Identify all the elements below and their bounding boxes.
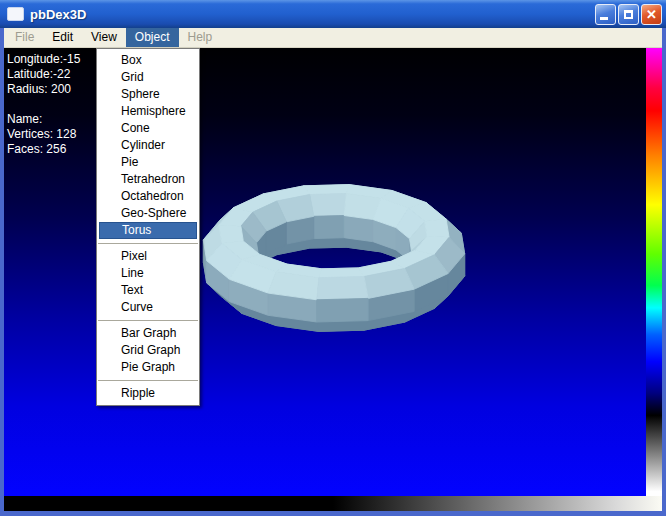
close-button[interactable]: ✕ bbox=[641, 4, 662, 25]
info-line: Radius: 200 bbox=[7, 82, 80, 97]
menubar-item-object[interactable]: Object bbox=[126, 28, 179, 47]
menu-item-hemisphere[interactable]: Hemisphere bbox=[97, 103, 199, 120]
info-line: Vertices: 128 bbox=[7, 127, 80, 142]
menu-item-tetrahedron[interactable]: Tetrahedron bbox=[97, 171, 199, 188]
window-controls: ✕ bbox=[593, 4, 662, 25]
maximize-icon bbox=[624, 10, 633, 19]
maximize-button[interactable] bbox=[618, 4, 639, 25]
app-icon bbox=[7, 7, 24, 21]
menu-item-grid[interactable]: Grid bbox=[97, 69, 199, 86]
info-line: Faces: 256 bbox=[7, 142, 80, 157]
menu-item-cylinder[interactable]: Cylinder bbox=[97, 137, 199, 154]
info-line: Longitude:-15 bbox=[7, 52, 80, 67]
menu-item-sphere[interactable]: Sphere bbox=[97, 86, 199, 103]
menu-item-ripple[interactable]: Ripple bbox=[97, 385, 199, 402]
menu-bar: FileEditViewObjectHelp bbox=[4, 28, 662, 48]
menubar-item-edit[interactable]: Edit bbox=[43, 28, 82, 47]
menu-item-cone[interactable]: Cone bbox=[97, 120, 199, 137]
window-title: pbDex3D bbox=[30, 7, 593, 22]
menu-item-pie[interactable]: Pie bbox=[97, 154, 199, 171]
menu-item-geo-sphere[interactable]: Geo-Sphere bbox=[97, 205, 199, 222]
menu-item-pixel[interactable]: Pixel bbox=[97, 248, 199, 265]
menubar-item-file[interactable]: File bbox=[6, 28, 43, 47]
menu-item-curve[interactable]: Curve bbox=[97, 299, 199, 316]
info-panel: Longitude:-15Latitude:-22Radius: 200 Nam… bbox=[7, 52, 80, 157]
menu-item-grid-graph[interactable]: Grid Graph bbox=[97, 342, 199, 359]
menu-item-line[interactable]: Line bbox=[97, 265, 199, 282]
close-icon: ✕ bbox=[642, 5, 661, 24]
menu-item-box[interactable]: Box bbox=[97, 52, 199, 69]
menubar-item-view[interactable]: View bbox=[82, 28, 126, 47]
app-window: pbDex3D ✕ FileEditViewObjectHelp Longitu… bbox=[0, 0, 666, 516]
info-line: Name: bbox=[7, 112, 80, 127]
info-line bbox=[7, 97, 80, 112]
menubar-item-help[interactable]: Help bbox=[179, 28, 222, 47]
menu-item-torus[interactable]: Torus bbox=[99, 222, 197, 239]
grayscale-picker-horizontal-bar[interactable] bbox=[4, 496, 662, 511]
color-picker-vertical-bar[interactable] bbox=[646, 48, 662, 496]
menu-item-bar-graph[interactable]: Bar Graph bbox=[97, 325, 199, 342]
info-line: Latitude:-22 bbox=[7, 67, 80, 82]
menu-item-octahedron[interactable]: Octahedron bbox=[97, 188, 199, 205]
title-bar[interactable]: pbDex3D ✕ bbox=[0, 0, 666, 28]
menu-separator bbox=[98, 320, 198, 321]
minimize-icon bbox=[600, 17, 608, 20]
menu-item-pie-graph[interactable]: Pie Graph bbox=[97, 359, 199, 376]
minimize-button[interactable] bbox=[595, 4, 616, 25]
menu-separator bbox=[98, 243, 198, 244]
object-menu-popup: BoxGridSphereHemisphereConeCylinderPieTe… bbox=[96, 48, 200, 406]
menu-item-text[interactable]: Text bbox=[97, 282, 199, 299]
menu-separator bbox=[98, 380, 198, 381]
